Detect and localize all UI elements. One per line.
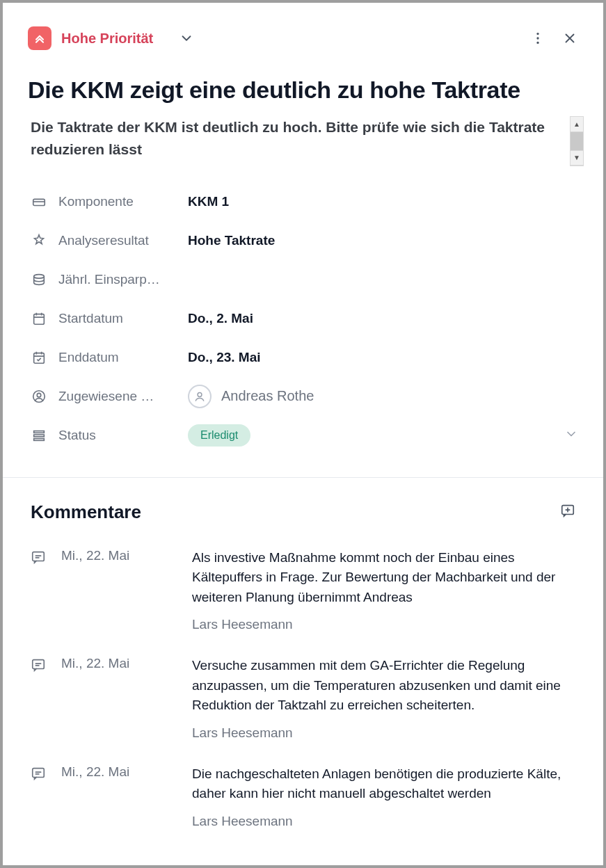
svg-rect-18 — [33, 768, 45, 777]
meta-row-start: Startdatum Do., 2. Mai — [31, 299, 578, 338]
comment-author: Lars Heesemann — [192, 617, 575, 632]
analysis-label: Analyseresultat — [58, 233, 177, 248]
scroll-down-icon[interactable]: ▼ — [571, 150, 583, 166]
meta-row-savings: Jährl. Einsparp… — [31, 260, 578, 299]
analysis-icon — [31, 232, 47, 249]
comment-date: Mi., 22. Mai — [61, 656, 180, 741]
comment-author: Lars Heesemann — [192, 725, 575, 741]
comment-text: Als investive Maßnahme kommt noch der Ei… — [192, 548, 575, 608]
savings-icon — [31, 271, 47, 288]
start-label: Startdatum — [58, 311, 177, 326]
assignee-value: Andreas Rothe — [188, 385, 314, 408]
comment-text: Versuche zusammen mit dem GA-Errichter d… — [192, 656, 575, 716]
calendar-start-icon — [31, 310, 47, 327]
assignee-label: Zugewiesene … — [58, 389, 177, 404]
page-title: Die KKM zeigt eine deutlich zu hohe Takt… — [3, 63, 603, 109]
end-label: Enddatum — [58, 350, 177, 365]
svg-point-11 — [198, 392, 202, 396]
meta-list: Komponente KKM 1 Analyseresultat Hohe Ta… — [3, 161, 603, 460]
svg-rect-13 — [34, 435, 45, 437]
chevron-down-icon — [564, 427, 578, 444]
more-menu-button[interactable] — [527, 27, 549, 49]
panel-scroll[interactable]: Hohe Priorität Die KKM zeigt eine deutli… — [3, 3, 603, 865]
svg-rect-8 — [34, 353, 45, 363]
priority-icon — [28, 26, 51, 50]
priority-dropdown[interactable] — [175, 27, 198, 49]
comment-icon — [31, 764, 49, 829]
svg-rect-5 — [33, 199, 45, 205]
calendar-end-icon — [31, 349, 47, 366]
svg-rect-12 — [34, 431, 45, 433]
svg-point-1 — [536, 37, 539, 39]
header: Hohe Priorität — [3, 3, 603, 63]
svg-point-6 — [34, 274, 45, 278]
svg-rect-14 — [34, 438, 45, 440]
analysis-value: Hohe Taktrate — [188, 233, 275, 248]
assignee-icon — [31, 388, 47, 405]
description-scrollbar[interactable]: ▲ ▼ — [570, 116, 584, 166]
svg-rect-17 — [33, 660, 45, 669]
component-label: Komponente — [58, 194, 177, 209]
comment-date: Mi., 22. Mai — [61, 548, 180, 633]
savings-label: Jährl. Einsparp… — [58, 272, 177, 287]
svg-rect-16 — [33, 552, 45, 561]
status-icon — [31, 427, 47, 444]
status-badge: Erledigt — [188, 424, 250, 447]
svg-point-2 — [536, 42, 539, 44]
comments-title: Kommentare — [31, 501, 141, 523]
scrollbar-thumb[interactable] — [571, 132, 583, 150]
end-value: Do., 23. Mai — [188, 350, 261, 365]
description-text[interactable]: Die Taktrate der KKM ist deutlich zu hoc… — [31, 116, 584, 161]
add-comment-button[interactable] — [560, 503, 575, 521]
start-value: Do., 2. Mai — [188, 311, 253, 326]
comment-item: Mi., 22. Mai Als investive Maßnahme komm… — [3, 531, 603, 640]
comment-text: Die nachgeschalteten Anlagen benötigen d… — [192, 764, 575, 804]
close-button[interactable] — [559, 27, 581, 49]
component-icon — [31, 193, 47, 210]
meta-row-component: Komponente KKM 1 — [31, 182, 578, 221]
comment-item: Mi., 22. Mai Versuche zusammen mit dem G… — [3, 639, 603, 748]
svg-point-0 — [536, 33, 539, 35]
comment-date: Mi., 22. Mai — [61, 764, 180, 829]
assignee-name: Andreas Rothe — [221, 388, 314, 404]
avatar-icon — [188, 385, 212, 408]
detail-panel: Hohe Priorität Die KKM zeigt eine deutli… — [3, 3, 603, 865]
svg-point-10 — [37, 393, 41, 397]
comment-author: Lars Heesemann — [192, 814, 575, 829]
meta-row-analysis: Analyseresultat Hohe Taktrate — [31, 221, 578, 260]
comment-icon — [31, 656, 49, 741]
description-area: Die Taktrate der KKM ist deutlich zu hoc… — [31, 116, 584, 161]
svg-rect-7 — [34, 314, 45, 324]
comment-item: Mi., 22. Mai Die nachgeschalteten Anlage… — [3, 748, 603, 836]
comment-icon — [31, 548, 49, 633]
priority-label: Hohe Priorität — [61, 31, 153, 47]
status-label: Status — [58, 428, 177, 443]
component-value: KKM 1 — [188, 194, 229, 209]
meta-row-status[interactable]: Status Erledigt — [31, 416, 578, 455]
meta-row-assignee: Zugewiesene … Andreas Rothe — [31, 377, 578, 416]
scroll-up-icon[interactable]: ▲ — [571, 117, 583, 132]
meta-row-end: Enddatum Do., 23. Mai — [31, 338, 578, 377]
comments-header: Kommentare — [3, 478, 603, 531]
